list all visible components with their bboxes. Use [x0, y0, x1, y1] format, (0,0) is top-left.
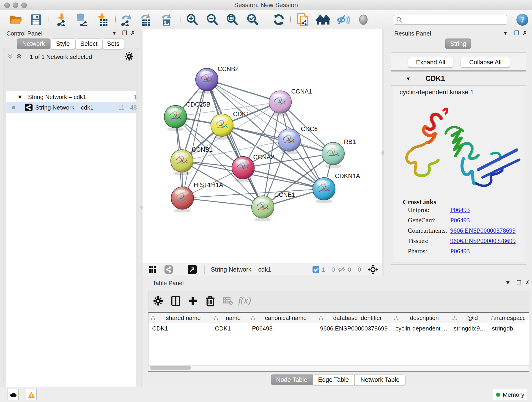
- float-panel-icon[interactable]: ❐: [513, 29, 520, 37]
- import-table-file-icon[interactable]: [95, 12, 109, 27]
- tab-select[interactable]: Select: [75, 38, 102, 49]
- table-cell[interactable]: cyclin-dependent ...: [392, 323, 450, 333]
- edge-CCNB2-HIST1H1A[interactable]: [182, 80, 207, 198]
- tab-sets[interactable]: Sets: [102, 38, 124, 49]
- network-canvas[interactable]: CCNB2CCNA1CDC25BCDK1CDC6RB1CCNB1CCNA2CDK…: [143, 29, 382, 263]
- network-options-gear-icon[interactable]: [125, 52, 133, 61]
- cloud-status-button[interactable]: [7, 389, 19, 400]
- table-cell[interactable]: CDK1: [211, 323, 248, 333]
- table-cell[interactable]: stringdb:9...: [450, 323, 488, 333]
- save-session-icon[interactable]: [29, 12, 43, 27]
- horizontal-scrollbar[interactable]: [149, 365, 529, 371]
- collapse-entry-icon[interactable]: ▼: [406, 76, 411, 82]
- close-panel-icon[interactable]: ✗: [129, 29, 137, 37]
- node-CCNE1[interactable]: [252, 196, 274, 221]
- import-network-file-icon[interactable]: [55, 12, 69, 27]
- table-cell[interactable]: CDK1: [148, 323, 211, 333]
- tab-node-table[interactable]: Node Table: [271, 375, 312, 385]
- crosslink-link[interactable]: P06493: [450, 206, 470, 214]
- function-builder-icon[interactable]: f(x): [238, 295, 251, 306]
- collapse-panel-icon[interactable]: ▼: [110, 29, 118, 37]
- graphics-details-icon[interactable]: [336, 12, 351, 27]
- node-label-CCNA2: CCNA2: [253, 154, 274, 161]
- crosslink-link[interactable]: P06493: [450, 248, 470, 255]
- scrollbar-thumb[interactable]: [150, 366, 191, 370]
- home-icon[interactable]: [316, 12, 331, 27]
- column-header-name[interactable]: name: [211, 313, 249, 323]
- tab-network-table[interactable]: Network Table: [355, 375, 405, 385]
- string-style-icon[interactable]: [165, 265, 173, 274]
- table-cell[interactable]: stringdb: [488, 323, 525, 333]
- table-cell[interactable]: 9606.ENSP00000378699: [317, 323, 392, 333]
- table-cell[interactable]: P06493: [248, 323, 317, 333]
- tab-style[interactable]: Style: [51, 38, 75, 49]
- column-header-namespace[interactable]: namespace: [488, 313, 525, 323]
- zoom-in-icon[interactable]: [185, 12, 199, 27]
- node-CCNB1[interactable]: [171, 150, 193, 175]
- birdseye-icon[interactable]: [356, 12, 371, 27]
- export-image-icon[interactable]: [158, 12, 173, 27]
- tree-expander-icon[interactable]: ▼: [17, 92, 23, 102]
- gene-symbol: CDK1: [425, 75, 445, 83]
- crosslink-link[interactable]: P06493: [450, 217, 470, 224]
- zoom-out-icon[interactable]: [205, 12, 220, 27]
- warning-status-button[interactable]: [26, 389, 37, 400]
- tab-network[interactable]: Network: [17, 38, 51, 49]
- float-panel-icon[interactable]: ❐: [515, 279, 523, 287]
- crosslink-row: Pharos:P06493: [408, 248, 518, 255]
- node-RB1[interactable]: [322, 142, 344, 168]
- column-header-canonicalname[interactable]: canonical name: [248, 313, 317, 323]
- hidden-eye-icon[interactable]: [338, 266, 346, 273]
- table-options-gear-icon[interactable]: [151, 294, 165, 308]
- memory-button[interactable]: Memory: [493, 389, 527, 400]
- show-columns-icon[interactable]: [168, 294, 183, 308]
- selected-checkbox-icon[interactable]: [312, 266, 319, 273]
- refresh-icon[interactable]: [272, 12, 286, 27]
- add-column-icon[interactable]: [186, 294, 200, 308]
- help-icon[interactable]: ?: [515, 12, 530, 27]
- gene-description: cyclin-dependent kinase 1: [399, 89, 474, 96]
- column-header-databaseidentifier[interactable]: database identifier: [317, 313, 392, 323]
- zoom-selected-icon[interactable]: [245, 12, 260, 27]
- cloud-icon: [10, 392, 17, 397]
- expand-all-button[interactable]: Expand All: [408, 57, 453, 68]
- column-header-id[interactable]: @id: [450, 313, 488, 323]
- delete-column-icon[interactable]: [203, 294, 218, 308]
- close-panel-icon[interactable]: ✗: [524, 279, 531, 287]
- tab-edge-table[interactable]: Edge Table: [312, 375, 355, 385]
- crosslink-link[interactable]: 9606.ENSP00000378699: [450, 227, 515, 234]
- import-network-database-icon[interactable]: [74, 12, 89, 27]
- edge-HIST1H1A-CCNE1[interactable]: [182, 198, 263, 207]
- delete-table-icon[interactable]: [221, 294, 235, 308]
- network-row-selected[interactable]: String Network – cdk1 11 48: [6, 102, 136, 113]
- float-panel-icon[interactable]: ❐: [121, 29, 128, 37]
- tab-string-results[interactable]: String: [445, 38, 471, 49]
- export-table-icon[interactable]: [138, 12, 153, 27]
- node-CDKN1A[interactable]: [313, 178, 335, 203]
- grid-view-icon[interactable]: [149, 266, 156, 273]
- collapse-all-button[interactable]: Collapse All: [461, 57, 510, 68]
- close-panel-icon[interactable]: ✗: [521, 29, 529, 37]
- node-CCNB2[interactable]: [196, 68, 218, 94]
- edge-CCNA2-CDKN1A[interactable]: [243, 168, 324, 189]
- zoom-fit-icon[interactable]: [225, 12, 239, 27]
- pan-crosshair-icon[interactable]: [368, 264, 378, 274]
- export-network-icon[interactable]: [119, 12, 133, 27]
- node-CCNA1[interactable]: [269, 91, 291, 116]
- collapse-panel-icon[interactable]: ▼: [504, 279, 512, 287]
- results-panel-title: Results Panel: [394, 30, 431, 37]
- open-session-icon[interactable]: [8, 12, 23, 27]
- window-title: Session: New Session: [0, 0, 532, 10]
- share-session-icon[interactable]: [296, 12, 310, 27]
- collapse-panel-icon[interactable]: ▼: [501, 29, 509, 37]
- node-HIST1H1A[interactable]: [171, 187, 194, 212]
- expand-all-tree-icon[interactable]: [7, 53, 14, 60]
- column-header-sharedname[interactable]: shared name: [148, 313, 211, 323]
- network-collection-row[interactable]: ▼ String Network – cdk1 1: [6, 92, 136, 102]
- search-input[interactable]: [394, 15, 507, 25]
- node-CDC25B[interactable]: [164, 105, 187, 131]
- open-in-window-icon[interactable]: [188, 265, 197, 274]
- column-header-description[interactable]: description: [392, 313, 450, 323]
- crosslink-link[interactable]: 9606.ENSP00000378699: [450, 237, 515, 245]
- collapse-all-tree-icon[interactable]: [16, 53, 22, 60]
